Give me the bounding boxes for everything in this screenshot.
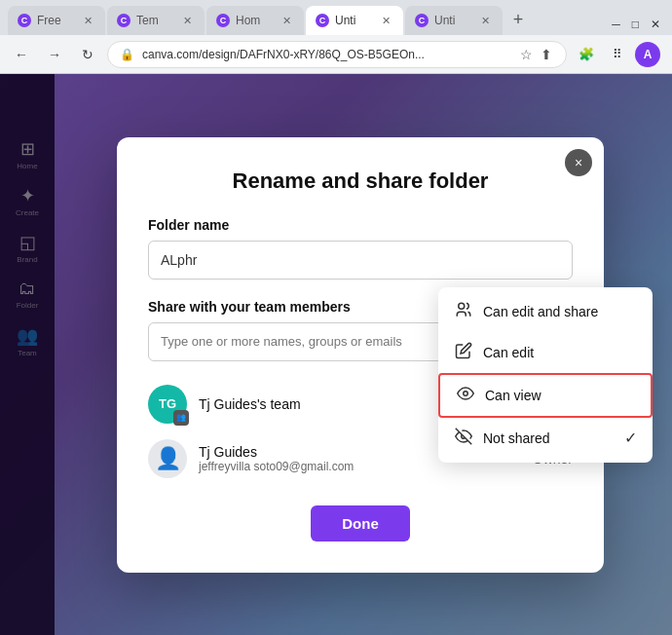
address-bar: ← → ↻ 🔒 canva.com/design/DAFrNX0-xRY/86Q… — [0, 35, 672, 74]
tab-title-4: Unti — [335, 14, 372, 27]
dropdown-item-can-edit[interactable]: Can edit — [438, 332, 653, 373]
team-avatar: TG 👥 — [148, 385, 187, 424]
folder-name-label: Folder name — [148, 217, 573, 233]
bookmark-icon[interactable]: ☆ — [518, 45, 535, 64]
new-tab-button[interactable]: + — [504, 6, 532, 33]
browser-menu-icon[interactable]: ⠿ — [604, 41, 631, 68]
lock-icon: 🔒 — [120, 48, 134, 61]
tab-title-2: Tem — [136, 14, 173, 27]
tab-close-4[interactable]: ✕ — [378, 13, 393, 28]
pencil-icon — [454, 342, 473, 363]
svg-point-1 — [464, 392, 468, 396]
dropdown-label-can-view: Can view — [485, 388, 635, 403]
address-input[interactable]: 🔒 canva.com/design/DAFrNX0-xRY/86Q_OS-B5… — [107, 41, 567, 68]
svg-point-0 — [459, 303, 465, 309]
browser-tab-5[interactable]: C Unti ✕ — [405, 6, 503, 35]
back-button[interactable]: ← — [8, 41, 35, 68]
eye-slash-icon — [454, 428, 473, 449]
folder-name-input[interactable] — [148, 241, 573, 280]
dropdown-item-not-shared[interactable]: Not shared ✓ — [438, 418, 653, 459]
address-actions: ☆ ⬆ — [518, 45, 554, 64]
maximize-button[interactable]: □ — [632, 18, 639, 31]
dropdown-label-can-edit: Can edit — [483, 345, 637, 360]
dropdown-label-not-shared: Not shared — [483, 430, 615, 446]
forward-button[interactable]: → — [41, 41, 68, 68]
dropdown-item-can-edit-share[interactable]: Can edit and share — [438, 291, 653, 332]
done-button[interactable]: Done — [311, 505, 410, 542]
minimize-button[interactable]: ─ — [612, 18, 620, 31]
eye-icon — [456, 385, 475, 406]
tab-bar: C Free ✕ C Tem ✕ C Hom ✕ C Unti ✕ C Unti… — [0, 0, 672, 35]
dropdown-label-can-edit-share: Can edit and share — [483, 304, 637, 319]
tab-title-1: Free — [37, 14, 74, 27]
dropdown-item-can-view[interactable]: Can view — [438, 373, 653, 418]
modal-close-button[interactable]: × — [565, 149, 592, 176]
close-window-button[interactable]: ✕ — [651, 18, 660, 31]
tab-favicon-5: C — [415, 14, 429, 27]
tab-title-5: Unti — [434, 14, 471, 27]
tab-favicon-4: C — [316, 14, 329, 27]
tab-favicon-3: C — [216, 14, 230, 27]
toolbar-icons: 🧩 ⠿ A — [573, 41, 664, 68]
browser-tab-1[interactable]: C Free ✕ — [8, 6, 105, 35]
extensions-icon[interactable]: 🧩 — [573, 41, 600, 68]
team-badge-icon: 👥 — [173, 410, 189, 426]
tab-close-2[interactable]: ✕ — [179, 13, 195, 28]
browser-tab-2[interactable]: C Tem ✕ — [107, 6, 205, 35]
modal-title: Rename and share folder — [148, 168, 573, 194]
window-controls: ─ □ ✕ — [612, 18, 664, 35]
browser-tab-4[interactable]: C Unti ✕ — [306, 6, 403, 35]
page-area: ⊞ Home ✦ Create ◱ Brand 🗂 Folder 👥 Team — [0, 74, 672, 635]
tab-close-5[interactable]: ✕ — [477, 13, 493, 28]
profile-icon[interactable]: A — [635, 42, 660, 67]
permission-dropdown: Can edit and share Can edit — [438, 287, 653, 463]
share-page-icon[interactable]: ⬆ — [539, 45, 554, 64]
tab-close-1[interactable]: ✕ — [80, 13, 95, 28]
browser-tab-3[interactable]: C Hom ✕ — [206, 6, 304, 35]
tab-favicon-1: C — [18, 14, 31, 27]
address-text: canva.com/design/DAFrNX0-xRY/86Q_OS-B5GE… — [142, 48, 510, 61]
people-icon — [454, 301, 473, 322]
checkmark-icon: ✓ — [624, 429, 637, 447]
tab-title-3: Hom — [236, 14, 273, 27]
tab-favicon-2: C — [117, 14, 131, 27]
tab-close-3[interactable]: ✕ — [279, 13, 294, 28]
user-avatar: 👤 — [148, 439, 187, 478]
browser-frame: C Free ✕ C Tem ✕ C Hom ✕ C Unti ✕ C Unti… — [0, 0, 672, 635]
refresh-button[interactable]: ↻ — [74, 41, 101, 68]
